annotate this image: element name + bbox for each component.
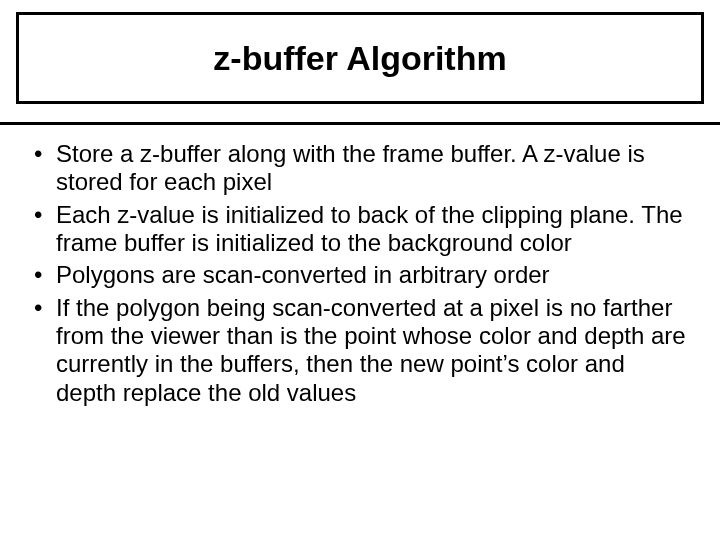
slide-body: Store a z-buffer along with the frame bu… <box>30 140 690 411</box>
slide-title: z-buffer Algorithm <box>213 39 506 78</box>
title-divider <box>0 122 720 125</box>
list-item: Store a z-buffer along with the frame bu… <box>30 140 690 197</box>
slide: z-buffer Algorithm Store a z-buffer alon… <box>0 0 720 540</box>
list-item: Polygons are scan-converted in arbitrary… <box>30 261 690 289</box>
list-item: If the polygon being scan-converted at a… <box>30 294 690 407</box>
list-item: Each z-value is initialized to back of t… <box>30 201 690 258</box>
bullet-list: Store a z-buffer along with the frame bu… <box>30 140 690 407</box>
title-box: z-buffer Algorithm <box>16 12 704 104</box>
